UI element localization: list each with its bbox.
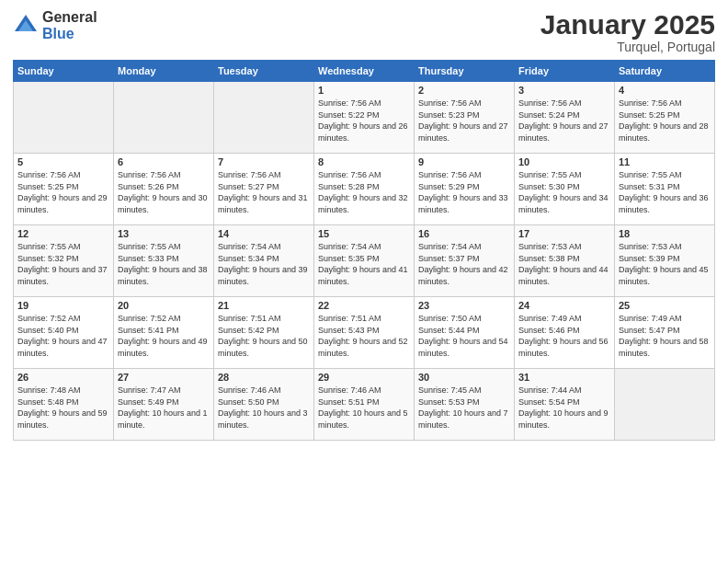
day-cell: 24Sunrise: 7:49 AM Sunset: 5:46 PM Dayli… (515, 297, 615, 369)
day-cell: 20Sunrise: 7:52 AM Sunset: 5:41 PM Dayli… (114, 297, 214, 369)
day-number: 18 (619, 228, 711, 239)
day-number: 1 (318, 85, 410, 96)
day-cell: 8Sunrise: 7:56 AM Sunset: 5:28 PM Daylig… (314, 154, 415, 225)
day-cell: 18Sunrise: 7:53 AM Sunset: 5:39 PM Dayli… (615, 225, 715, 297)
day-cell: 29Sunrise: 7:46 AM Sunset: 5:51 PM Dayli… (314, 369, 415, 441)
day-info: Sunrise: 7:56 AM Sunset: 5:28 PM Dayligh… (318, 169, 410, 215)
day-cell: 15Sunrise: 7:54 AM Sunset: 5:35 PM Dayli… (314, 225, 415, 297)
day-cell: 5Sunrise: 7:56 AM Sunset: 5:25 PM Daylig… (14, 154, 114, 225)
day-info: Sunrise: 7:54 AM Sunset: 5:35 PM Dayligh… (318, 241, 410, 287)
weekday-header-tuesday: Tuesday (214, 61, 314, 82)
week-row-5: 26Sunrise: 7:48 AM Sunset: 5:48 PM Dayli… (14, 369, 715, 441)
day-number: 30 (418, 372, 510, 383)
day-cell (214, 82, 314, 154)
day-info: Sunrise: 7:53 AM Sunset: 5:39 PM Dayligh… (619, 241, 711, 287)
weekday-header-thursday: Thursday (415, 61, 515, 82)
day-cell: 12Sunrise: 7:55 AM Sunset: 5:32 PM Dayli… (14, 225, 114, 297)
day-info: Sunrise: 7:52 AM Sunset: 5:40 PM Dayligh… (17, 313, 109, 359)
day-info: Sunrise: 7:46 AM Sunset: 5:51 PM Dayligh… (318, 385, 410, 431)
logo-icon (13, 13, 39, 39)
day-info: Sunrise: 7:50 AM Sunset: 5:44 PM Dayligh… (418, 313, 510, 359)
day-number: 9 (418, 156, 510, 167)
day-cell: 9Sunrise: 7:56 AM Sunset: 5:29 PM Daylig… (415, 154, 515, 225)
day-cell: 4Sunrise: 7:56 AM Sunset: 5:25 PM Daylig… (615, 82, 715, 154)
day-cell: 2Sunrise: 7:56 AM Sunset: 5:23 PM Daylig… (415, 82, 515, 154)
day-cell: 26Sunrise: 7:48 AM Sunset: 5:48 PM Dayli… (14, 369, 114, 441)
day-info: Sunrise: 7:56 AM Sunset: 5:24 PM Dayligh… (518, 98, 610, 144)
day-number: 7 (218, 156, 310, 167)
day-info: Sunrise: 7:55 AM Sunset: 5:32 PM Dayligh… (17, 241, 109, 287)
day-cell: 22Sunrise: 7:51 AM Sunset: 5:43 PM Dayli… (314, 297, 415, 369)
day-info: Sunrise: 7:51 AM Sunset: 5:42 PM Dayligh… (218, 313, 310, 359)
day-cell: 31Sunrise: 7:44 AM Sunset: 5:54 PM Dayli… (515, 369, 615, 441)
day-number: 15 (318, 228, 410, 239)
day-info: Sunrise: 7:48 AM Sunset: 5:48 PM Dayligh… (17, 385, 109, 431)
logo-text: General Blue (42, 9, 97, 42)
day-info: Sunrise: 7:55 AM Sunset: 5:33 PM Dayligh… (118, 241, 210, 287)
calendar-subtitle: Turquel, Portugal (540, 40, 715, 54)
day-number: 5 (17, 156, 109, 167)
day-cell: 14Sunrise: 7:54 AM Sunset: 5:34 PM Dayli… (214, 225, 314, 297)
day-cell: 11Sunrise: 7:55 AM Sunset: 5:31 PM Dayli… (615, 154, 715, 225)
day-cell (615, 369, 715, 441)
weekday-header-monday: Monday (114, 61, 214, 82)
logo: General Blue (13, 9, 97, 42)
logo-blue: Blue (42, 26, 74, 41)
day-number: 4 (619, 85, 711, 96)
day-number: 31 (518, 372, 610, 383)
day-cell: 30Sunrise: 7:45 AM Sunset: 5:53 PM Dayli… (415, 369, 515, 441)
day-info: Sunrise: 7:53 AM Sunset: 5:38 PM Dayligh… (518, 241, 610, 287)
day-info: Sunrise: 7:56 AM Sunset: 5:26 PM Dayligh… (118, 169, 210, 215)
week-row-4: 19Sunrise: 7:52 AM Sunset: 5:40 PM Dayli… (14, 297, 715, 369)
day-number: 14 (218, 228, 310, 239)
day-cell: 25Sunrise: 7:49 AM Sunset: 5:47 PM Dayli… (615, 297, 715, 369)
day-info: Sunrise: 7:55 AM Sunset: 5:30 PM Dayligh… (518, 169, 610, 215)
day-number: 22 (318, 300, 410, 311)
day-number: 6 (118, 156, 210, 167)
day-cell: 17Sunrise: 7:53 AM Sunset: 5:38 PM Dayli… (515, 225, 615, 297)
day-cell: 7Sunrise: 7:56 AM Sunset: 5:27 PM Daylig… (214, 154, 314, 225)
day-info: Sunrise: 7:54 AM Sunset: 5:34 PM Dayligh… (218, 241, 310, 287)
day-cell: 21Sunrise: 7:51 AM Sunset: 5:42 PM Dayli… (214, 297, 314, 369)
day-number: 3 (518, 85, 610, 96)
day-info: Sunrise: 7:44 AM Sunset: 5:54 PM Dayligh… (518, 385, 610, 431)
day-cell: 19Sunrise: 7:52 AM Sunset: 5:40 PM Dayli… (14, 297, 114, 369)
day-info: Sunrise: 7:45 AM Sunset: 5:53 PM Dayligh… (418, 385, 510, 431)
day-number: 26 (17, 372, 109, 383)
calendar-table: SundayMondayTuesdayWednesdayThursdayFrid… (13, 60, 715, 441)
weekday-header-friday: Friday (515, 61, 615, 82)
day-info: Sunrise: 7:46 AM Sunset: 5:50 PM Dayligh… (218, 385, 310, 431)
title-block: January 2025 Turquel, Portugal (540, 9, 715, 54)
day-cell: 28Sunrise: 7:46 AM Sunset: 5:50 PM Dayli… (214, 369, 314, 441)
day-number: 28 (218, 372, 310, 383)
day-info: Sunrise: 7:49 AM Sunset: 5:47 PM Dayligh… (619, 313, 711, 359)
day-number: 17 (518, 228, 610, 239)
day-number: 16 (418, 228, 510, 239)
day-number: 12 (17, 228, 109, 239)
day-number: 19 (17, 300, 109, 311)
calendar-title: January 2025 (540, 9, 715, 40)
weekday-header-sunday: Sunday (14, 61, 114, 82)
day-number: 21 (218, 300, 310, 311)
day-number: 27 (118, 372, 210, 383)
day-info: Sunrise: 7:51 AM Sunset: 5:43 PM Dayligh… (318, 313, 410, 359)
day-info: Sunrise: 7:49 AM Sunset: 5:46 PM Dayligh… (518, 313, 610, 359)
weekday-header-wednesday: Wednesday (314, 61, 415, 82)
day-number: 8 (318, 156, 410, 167)
day-info: Sunrise: 7:47 AM Sunset: 5:49 PM Dayligh… (118, 385, 210, 431)
day-number: 25 (619, 300, 711, 311)
day-cell: 16Sunrise: 7:54 AM Sunset: 5:37 PM Dayli… (415, 225, 515, 297)
day-cell (114, 82, 214, 154)
day-info: Sunrise: 7:54 AM Sunset: 5:37 PM Dayligh… (418, 241, 510, 287)
day-info: Sunrise: 7:56 AM Sunset: 5:29 PM Dayligh… (418, 169, 510, 215)
day-info: Sunrise: 7:56 AM Sunset: 5:27 PM Dayligh… (218, 169, 310, 215)
day-number: 13 (118, 228, 210, 239)
week-row-2: 5Sunrise: 7:56 AM Sunset: 5:25 PM Daylig… (14, 154, 715, 225)
week-row-3: 12Sunrise: 7:55 AM Sunset: 5:32 PM Dayli… (14, 225, 715, 297)
day-number: 20 (118, 300, 210, 311)
day-cell: 27Sunrise: 7:47 AM Sunset: 5:49 PM Dayli… (114, 369, 214, 441)
day-number: 23 (418, 300, 510, 311)
day-number: 10 (518, 156, 610, 167)
header: General Blue January 2025 Turquel, Portu… (13, 9, 715, 54)
day-info: Sunrise: 7:56 AM Sunset: 5:23 PM Dayligh… (418, 98, 510, 144)
